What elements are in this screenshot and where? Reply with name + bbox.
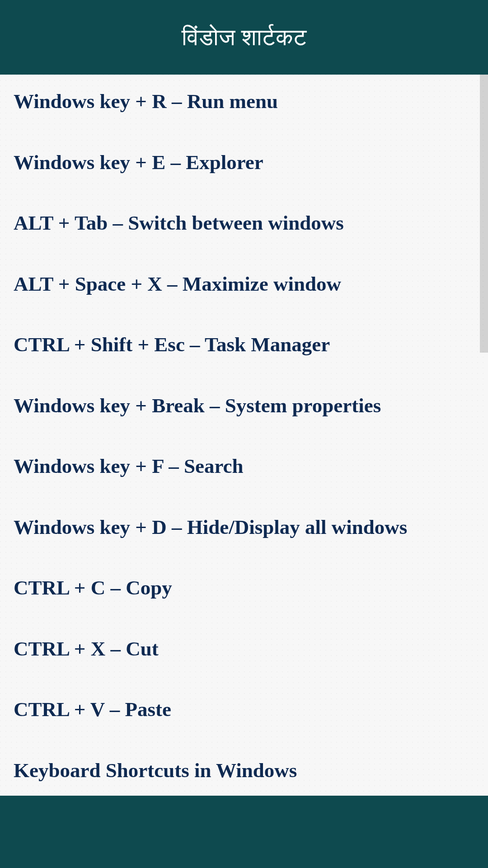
list-item: Windows key + D – Hide/Display all windo… xyxy=(14,514,474,541)
scrollbar[interactable] xyxy=(480,75,488,353)
list-item: Windows key + E – Explorer xyxy=(14,149,474,176)
app-header: विंडोज शार्टकट xyxy=(0,0,488,75)
list-item: ALT + Space + X – Maximize window xyxy=(14,271,474,297)
content-area[interactable]: Windows key + R – Run menu Windows key +… xyxy=(0,75,488,796)
app-footer xyxy=(0,796,488,868)
list-item: Keyboard Shortcuts in Windows xyxy=(14,757,474,784)
list-item: Windows key + Break – System properties xyxy=(14,392,474,419)
list-item: Windows key + R – Run menu xyxy=(14,88,474,115)
list-item: CTRL + Shift + Esc – Task Manager xyxy=(14,331,474,358)
page-title: विंडोज शार्टकट xyxy=(182,24,307,51)
list-item: Windows key + F – Search xyxy=(14,453,474,480)
list-item: CTRL + C – Copy xyxy=(14,575,474,601)
list-item: CTRL + V – Paste xyxy=(14,696,474,723)
list-item: CTRL + X – Cut xyxy=(14,636,474,662)
list-item: ALT + Tab – Switch between windows xyxy=(14,210,474,236)
